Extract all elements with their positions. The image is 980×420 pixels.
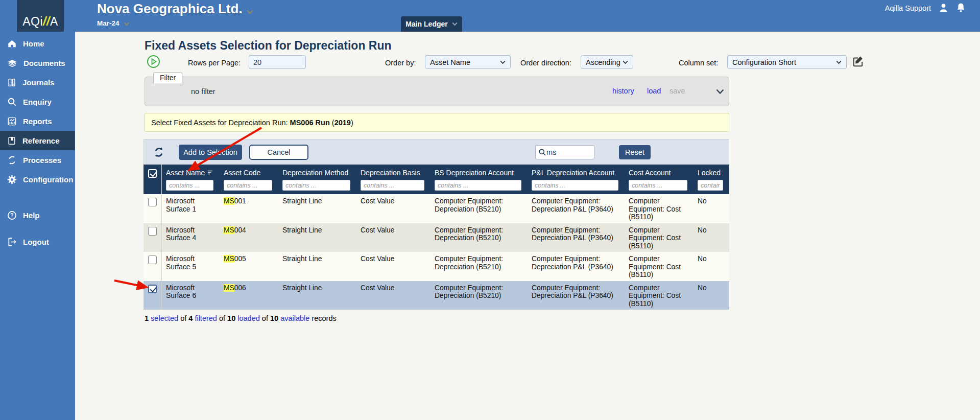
rows-per-page-input[interactable] [249,55,306,69]
sidebar-item-logout[interactable]: Logout [0,232,75,251]
column-label: Depreciation Basis [361,169,420,177]
sidebar-item-enquiry[interactable]: Enquiry [0,92,75,111]
filter-save-link: save [670,87,685,95]
column-header-asset-code[interactable]: Asset Code [220,165,278,194]
message-bar: Select Fixed Assets for Depreciation Run… [145,113,729,132]
column-filter-input[interactable] [532,180,618,191]
cell-asset-name: Microsoft Surface 6 [162,281,220,310]
table-row[interactable]: Microsoft Surface 1MS001Straight LineCos… [144,194,729,223]
table-row[interactable]: Microsoft Surface 5MS005Straight LineCos… [144,252,729,281]
select-all-checkbox[interactable] [148,169,157,178]
run-button[interactable] [147,55,160,68]
column-label: Locked [698,169,721,177]
filter-history-link[interactable]: history [612,87,634,95]
cell-locked: No [694,252,729,281]
row-checkbox[interactable] [148,198,157,206]
column-set-select[interactable]: Configuration Short [727,55,847,69]
column-filter-input[interactable] [361,180,424,191]
status-segment: records [309,314,336,322]
cell-depreciation-basis: Cost Value [356,281,431,310]
order-direction-label: Order direction: [520,59,571,67]
search-input[interactable] [546,148,587,156]
tab-main-ledger[interactable]: Main Ledger [401,16,462,32]
table-header: Asset NameAsset CodeDepreciation MethodD… [144,165,729,194]
row-checkbox[interactable] [148,227,157,236]
cell-depreciation-method: Straight Line [278,223,356,252]
sidebar-item-reference[interactable]: Reference [0,131,75,150]
column-filter-input[interactable] [282,180,350,191]
sidebar-item-documents[interactable]: Documents [0,53,75,73]
cell-pl-depreciation-account: Computer Equipment: Depreciation P&L (P3… [528,223,625,252]
column-header-depreciation-method[interactable]: Depreciation Method [278,165,356,194]
run-year: 2019 [334,119,351,127]
sidebar-item-reports[interactable]: Reports [0,111,75,131]
add-to-selection-button[interactable]: Add to Selection [179,145,242,160]
cell-depreciation-method: Straight Line [278,194,356,223]
column-header-cost-account[interactable]: Cost Account [625,165,694,194]
cell-asset-name: Microsoft Surface 1 [162,194,220,223]
row-checkbox[interactable] [148,255,157,264]
search-match-highlight: MS [224,197,234,205]
column-header-asset-name[interactable]: Asset Name [162,165,220,194]
record-count-status: 1 selected of 4 filtered of 10 loaded of… [145,314,337,322]
table-row[interactable]: Microsoft Surface 6MS006Straight LineCos… [144,281,729,310]
column-header-depreciation-basis[interactable]: Depreciation Basis [356,165,431,194]
column-filter-input[interactable] [698,180,723,191]
filter-tab: Filter [153,72,182,83]
column-label: BS Depreciation Account [435,169,514,177]
configuration-icon [7,175,17,184]
status-segment: of [178,314,188,322]
run-name: MS006 Run [290,119,330,127]
filter-load-link[interactable]: load [647,87,661,95]
cell-locked: No [694,223,729,252]
app-logo[interactable]: AQi//A [17,0,64,32]
sidebar: Home Documents Journals Enquiry Reports … [0,32,75,420]
column-header-bs-depreciation-account[interactable]: BS Depreciation Account [431,165,528,194]
table-row[interactable]: Microsoft Surface 4MS004Straight LineCos… [144,223,729,252]
cell-depreciation-basis: Cost Value [356,194,431,223]
column-filter-input[interactable] [435,180,521,191]
order-direction-select[interactable]: Ascending [581,55,633,69]
column-filter-input[interactable] [166,180,213,191]
edit-icon[interactable] [851,55,865,68]
cell-asset-code: MS006 [220,281,278,310]
column-filter-input[interactable] [629,180,687,191]
search-match-highlight: MS [224,226,234,234]
user-icon[interactable] [938,3,949,13]
cell-bs-depreciation-account: Computer Equipment: Depreciation (B5210) [431,281,528,310]
cell-asset-name: Microsoft Surface 4 [162,223,220,252]
sidebar-item-processes[interactable]: Processes [0,150,75,170]
order-by-select[interactable]: Asset Name [425,55,511,69]
company-selector[interactable]: Nova Geographica Ltd. [97,1,253,18]
column-header-p-l-depreciation-account[interactable]: P&L Depreciation Account [528,165,625,194]
reports-icon [7,116,17,126]
cell-depreciation-method: Straight Line [278,281,356,310]
period-selector[interactable]: Mar-24 [97,19,130,28]
order-by-label: Order by: [385,59,416,67]
cancel-button[interactable]: Cancel [249,145,308,160]
sidebar-item-help[interactable]: ? Help [0,205,75,225]
documents-icon [7,58,17,68]
column-filter-input[interactable] [224,180,272,191]
column-header-locked[interactable]: Locked [694,165,729,194]
sidebar-item-home[interactable]: Home [0,34,75,53]
bell-icon[interactable] [956,3,966,13]
refresh-icon[interactable] [153,147,164,158]
sidebar-item-journals[interactable]: Journals [0,73,75,92]
row-checkbox[interactable] [148,285,157,293]
reset-button[interactable]: Reset [619,145,651,159]
status-segment: of [217,314,227,322]
column-label: Asset Name [166,169,205,177]
sort-icon [207,170,213,175]
status-segment: selected [151,314,178,322]
cell-locked: No [694,194,729,223]
status-segment: loaded [237,314,260,322]
logo-slash: // [43,15,50,28]
logout-icon [7,237,17,247]
filter-expand-chevron-icon[interactable] [716,87,724,97]
sidebar-item-configuration[interactable]: Configuration [0,170,75,189]
page-title: Fixed Assets Selection for Depreciation … [145,39,392,53]
filter-panel: Filter no filter history load save [145,77,729,106]
cell-asset-code: MS001 [220,194,278,223]
chevron-down-icon [836,60,842,64]
